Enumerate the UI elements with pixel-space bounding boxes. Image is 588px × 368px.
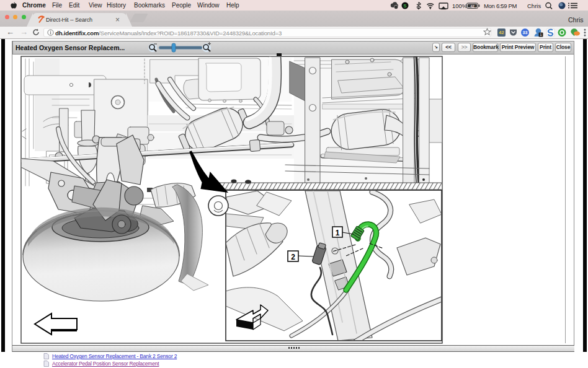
svg-text:33: 33 [523,30,528,35]
svg-text:1: 1 [336,229,340,237]
svg-text:42: 42 [499,30,504,35]
svg-text:2: 2 [291,253,295,261]
svg-text:42: 42 [470,4,474,8]
svg-text:S: S [403,3,407,9]
